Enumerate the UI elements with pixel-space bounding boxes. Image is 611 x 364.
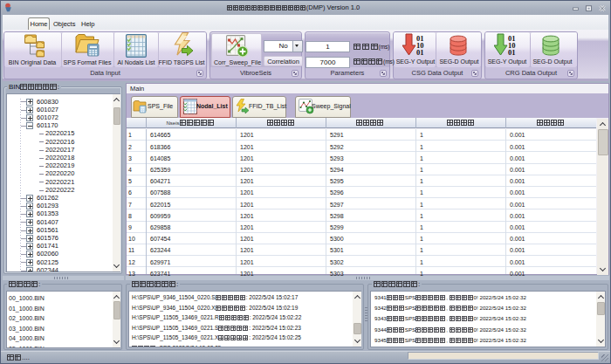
svg-text:01: 01 — [508, 48, 516, 57]
svg-text:01: 01 — [416, 48, 424, 57]
